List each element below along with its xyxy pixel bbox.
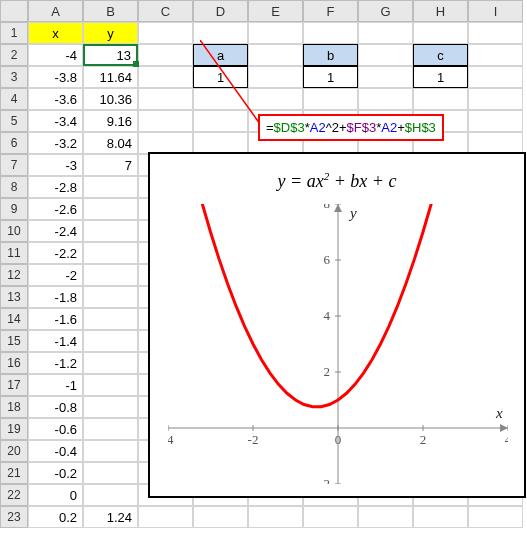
cell-G1[interactable]: [358, 22, 413, 44]
row-10[interactable]: 10: [0, 220, 28, 242]
row-11[interactable]: 11: [0, 242, 28, 264]
cell-A2[interactable]: -4: [28, 44, 83, 66]
cell-E1[interactable]: [248, 22, 303, 44]
row-3[interactable]: 3: [0, 66, 28, 88]
cell-A1[interactable]: x: [28, 22, 83, 44]
param-a-label[interactable]: a: [193, 44, 248, 66]
cell-G2[interactable]: [358, 44, 413, 66]
cell-empty[interactable]: [248, 506, 303, 528]
cell-E3[interactable]: [248, 66, 303, 88]
row-15[interactable]: 15: [0, 330, 28, 352]
cell-A4[interactable]: -3.6: [28, 88, 83, 110]
param-b-value[interactable]: 1: [303, 66, 358, 88]
cell-A3[interactable]: -3.8: [28, 66, 83, 88]
cell-A9[interactable]: -2.6: [28, 198, 83, 220]
cell-A13[interactable]: -1.8: [28, 286, 83, 308]
cell-A23[interactable]: 0.2: [28, 506, 83, 528]
cell-empty[interactable]: [138, 88, 193, 110]
cell-A12[interactable]: -2: [28, 264, 83, 286]
cell-B21[interactable]: [83, 462, 138, 484]
cell-C1[interactable]: [138, 22, 193, 44]
cell-A6[interactable]: -3.2: [28, 132, 83, 154]
cell-B18[interactable]: [83, 396, 138, 418]
cell-B19[interactable]: [83, 418, 138, 440]
col-H[interactable]: H: [413, 0, 468, 22]
cell-A16[interactable]: -1.2: [28, 352, 83, 374]
cell-H1[interactable]: [413, 22, 468, 44]
cell-A14[interactable]: -1.6: [28, 308, 83, 330]
cell-A15[interactable]: -1.4: [28, 330, 83, 352]
cell-G3[interactable]: [358, 66, 413, 88]
cell-F1[interactable]: [303, 22, 358, 44]
cell-empty[interactable]: [193, 110, 248, 132]
cell-B14[interactable]: [83, 308, 138, 330]
cell-empty[interactable]: [468, 506, 523, 528]
cell-A5[interactable]: -3.4: [28, 110, 83, 132]
cell-C2[interactable]: [138, 44, 193, 66]
cell-empty[interactable]: [358, 506, 413, 528]
row-13[interactable]: 13: [0, 286, 28, 308]
cell-B11[interactable]: [83, 242, 138, 264]
col-C[interactable]: C: [138, 0, 193, 22]
cell-A22[interactable]: 0: [28, 484, 83, 506]
row-2[interactable]: 2: [0, 44, 28, 66]
row-22[interactable]: 22: [0, 484, 28, 506]
cell-B2-active[interactable]: 13: [83, 44, 138, 66]
cell-empty[interactable]: [413, 506, 468, 528]
cell-B8[interactable]: [83, 176, 138, 198]
cell-A19[interactable]: -0.6: [28, 418, 83, 440]
row-5[interactable]: 5: [0, 110, 28, 132]
cell-empty[interactable]: [193, 506, 248, 528]
cell-B6[interactable]: 8.04: [83, 132, 138, 154]
cell-empty[interactable]: [303, 88, 358, 110]
cell-B1[interactable]: y: [83, 22, 138, 44]
row-16[interactable]: 16: [0, 352, 28, 374]
cell-A10[interactable]: -2.4: [28, 220, 83, 242]
param-a-value[interactable]: 1: [193, 66, 248, 88]
col-E[interactable]: E: [248, 0, 303, 22]
row-14[interactable]: 14: [0, 308, 28, 330]
col-G[interactable]: G: [358, 0, 413, 22]
cell-A20[interactable]: -0.4: [28, 440, 83, 462]
col-B[interactable]: B: [83, 0, 138, 22]
cell-B7[interactable]: 7: [83, 154, 138, 176]
cell-empty[interactable]: [413, 88, 468, 110]
cell-B20[interactable]: [83, 440, 138, 462]
cell-I2[interactable]: [468, 44, 523, 66]
cell-B3[interactable]: 11.64: [83, 66, 138, 88]
row-7[interactable]: 7: [0, 154, 28, 176]
param-b-label[interactable]: b: [303, 44, 358, 66]
cell-D1[interactable]: [193, 22, 248, 44]
cell-I1[interactable]: [468, 22, 523, 44]
col-D[interactable]: D: [193, 0, 248, 22]
row-12[interactable]: 12: [0, 264, 28, 286]
row-19[interactable]: 19: [0, 418, 28, 440]
row-4[interactable]: 4: [0, 88, 28, 110]
row-9[interactable]: 9: [0, 198, 28, 220]
cell-I3[interactable]: [468, 66, 523, 88]
cell-empty[interactable]: [138, 132, 193, 154]
param-c-label[interactable]: c: [413, 44, 468, 66]
cell-B13[interactable]: [83, 286, 138, 308]
row-21[interactable]: 21: [0, 462, 28, 484]
cell-C3[interactable]: [138, 66, 193, 88]
cell-B22[interactable]: [83, 484, 138, 506]
cell-B16[interactable]: [83, 352, 138, 374]
chart-panel[interactable]: y = ax2 + bx + c -4-2024-22468xy: [148, 152, 526, 498]
corner-cell[interactable]: [0, 0, 28, 22]
cell-empty[interactable]: [193, 132, 248, 154]
cell-empty[interactable]: [138, 110, 193, 132]
cell-E2[interactable]: [248, 44, 303, 66]
col-I[interactable]: I: [468, 0, 523, 22]
param-c-value[interactable]: 1: [413, 66, 468, 88]
row-23[interactable]: 23: [0, 506, 28, 528]
cell-empty[interactable]: [193, 88, 248, 110]
cell-A8[interactable]: -2.8: [28, 176, 83, 198]
row-17[interactable]: 17: [0, 374, 28, 396]
row-20[interactable]: 20: [0, 440, 28, 462]
cell-empty[interactable]: [468, 132, 523, 154]
cell-B15[interactable]: [83, 330, 138, 352]
cell-B12[interactable]: [83, 264, 138, 286]
cell-B5[interactable]: 9.16: [83, 110, 138, 132]
cell-B9[interactable]: [83, 198, 138, 220]
